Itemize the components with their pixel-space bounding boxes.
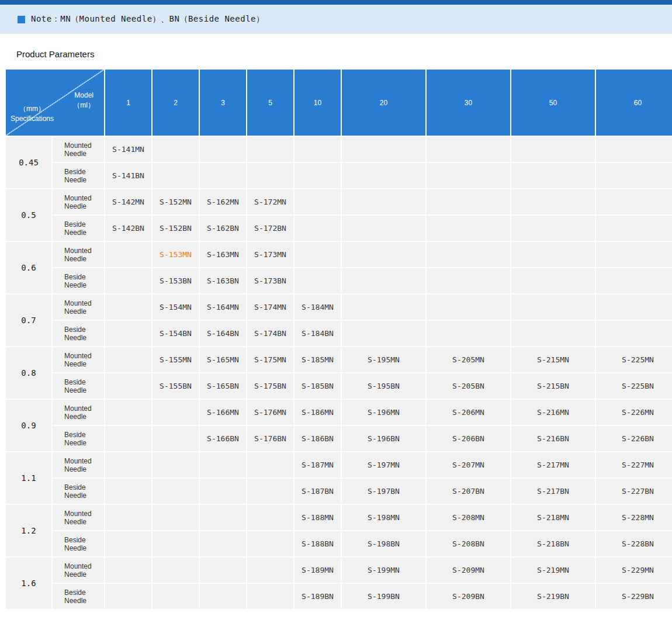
empty-cell bbox=[247, 558, 293, 583]
needle-type-cell: Beside Needle bbox=[53, 426, 104, 451]
model-code-cell: S-154BN bbox=[153, 321, 199, 346]
model-code-cell: S-176BN bbox=[247, 426, 293, 451]
empty-cell bbox=[105, 558, 151, 583]
empty-cell bbox=[200, 531, 246, 556]
model-code-cell: S-175BN bbox=[247, 373, 293, 399]
model-code-cell: S-187BN bbox=[295, 479, 341, 504]
empty-cell bbox=[247, 452, 293, 477]
model-code-cell: S-215MN bbox=[511, 347, 595, 372]
model-code-cell: S-216BN bbox=[511, 426, 595, 451]
model-code-cell: S-172BN bbox=[247, 216, 293, 241]
model-code-cell: S-195MN bbox=[342, 347, 425, 372]
table-row: 0.45Mounted NeedleS-141MN bbox=[6, 137, 672, 162]
needle-type-cell: Mounted Needle bbox=[53, 452, 104, 477]
model-code-cell: S-165MN bbox=[200, 347, 246, 372]
table-row: 1.6Mounted NeedleS-189MNS-199MNS-209MNS-… bbox=[6, 558, 672, 583]
spec-cell-0.5: 0.5 bbox=[6, 189, 51, 241]
model-code-cell: S-164BN bbox=[200, 321, 246, 346]
table-row: Beside NeedleS-155BNS-165BNS-175BNS-185B… bbox=[6, 373, 672, 399]
model-code-cell: S-185BN bbox=[295, 373, 341, 399]
model-code-cell: S-209BN bbox=[427, 584, 510, 609]
empty-cell bbox=[295, 242, 341, 267]
empty-cell bbox=[511, 163, 595, 188]
model-code-cell: S-229MN bbox=[596, 558, 672, 583]
empty-cell bbox=[596, 268, 672, 293]
empty-cell bbox=[153, 400, 199, 425]
empty-cell bbox=[105, 452, 151, 477]
model-code-cell: S-197MN bbox=[342, 452, 425, 477]
note-bullet-icon bbox=[18, 16, 25, 23]
empty-cell bbox=[247, 584, 293, 609]
model-code-cell: S-153BN bbox=[153, 268, 199, 293]
model-code-cell: S-205MN bbox=[427, 347, 510, 372]
model-code-cell: S-209MN bbox=[427, 558, 510, 583]
model-code-cell: S-205BN bbox=[427, 373, 510, 399]
model-code-cell: S-188BN bbox=[295, 531, 341, 556]
table-container: Model（ml）（mm）Specifications1235102030506… bbox=[5, 68, 667, 610]
table-row: Beside NeedleS-153BNS-163BNS-173BN bbox=[6, 268, 672, 293]
empty-cell bbox=[105, 426, 151, 451]
top-accent-bar bbox=[0, 0, 672, 5]
spec-cell-0.7: 0.7 bbox=[6, 295, 51, 346]
empty-cell bbox=[342, 321, 425, 346]
page-title: Product Parameters bbox=[16, 49, 672, 59]
column-header-20ml: 20 bbox=[342, 70, 425, 136]
column-header-10ml: 10 bbox=[295, 70, 341, 136]
model-code-cell[interactable]: S-153MN bbox=[153, 242, 199, 267]
model-code-cell: S-227MN bbox=[596, 452, 672, 477]
empty-cell bbox=[200, 479, 246, 504]
empty-cell bbox=[200, 452, 246, 477]
model-code-cell: S-217BN bbox=[511, 479, 595, 504]
table-row: Beside NeedleS-166BNS-176BNS-186BNS-196B… bbox=[6, 426, 672, 451]
needle-type-cell: Beside Needle bbox=[53, 268, 104, 293]
empty-cell bbox=[105, 584, 151, 609]
note-bar: Note：MN（Mounted Needle）、BN（Beside Needle… bbox=[0, 5, 672, 34]
model-code-cell: S-207BN bbox=[427, 479, 510, 504]
needle-type-cell: Mounted Needle bbox=[53, 558, 104, 583]
empty-cell bbox=[200, 558, 246, 583]
table-row: Beside NeedleS-187BNS-197BNS-207BNS-217B… bbox=[6, 479, 672, 504]
table-row: Beside NeedleS-188BNS-198BNS-208BNS-218B… bbox=[6, 531, 672, 556]
empty-cell bbox=[105, 400, 151, 425]
needle-type-cell: Mounted Needle bbox=[53, 400, 104, 425]
empty-cell bbox=[105, 479, 151, 504]
spec-cell-1.6: 1.6 bbox=[6, 558, 51, 609]
empty-cell bbox=[511, 268, 595, 293]
model-code-cell: S-197BN bbox=[342, 479, 425, 504]
empty-cell bbox=[427, 268, 510, 293]
model-code-cell: S-207MN bbox=[427, 452, 510, 477]
table-row: 0.5Mounted NeedleS-142MNS-152MNS-162MNS-… bbox=[6, 189, 672, 214]
needle-type-cell: Beside Needle bbox=[53, 531, 104, 556]
column-header-3ml: 3 bbox=[200, 70, 246, 136]
model-code-cell: S-189BN bbox=[295, 584, 341, 609]
empty-cell bbox=[596, 163, 672, 188]
column-header-30ml: 30 bbox=[427, 70, 510, 136]
empty-cell bbox=[511, 189, 595, 214]
empty-cell bbox=[342, 216, 425, 241]
empty-cell bbox=[342, 137, 425, 162]
table-row: 1.2Mounted NeedleS-188MNS-198MNS-208MNS-… bbox=[6, 505, 672, 530]
model-code-cell: S-189MN bbox=[295, 558, 341, 583]
needle-type-cell: Beside Needle bbox=[53, 321, 104, 346]
needle-type-cell: Mounted Needle bbox=[53, 295, 104, 320]
empty-cell bbox=[247, 505, 293, 530]
spec-cell-1.1: 1.1 bbox=[6, 452, 51, 504]
empty-cell bbox=[247, 163, 293, 188]
model-code-cell: S-185MN bbox=[295, 347, 341, 372]
column-header-5ml: 5 bbox=[247, 70, 293, 136]
model-code-cell: S-166BN bbox=[200, 426, 246, 451]
empty-cell bbox=[295, 216, 341, 241]
empty-cell bbox=[105, 321, 151, 346]
table-row: 0.9Mounted NeedleS-166MNS-176MNS-186MNS-… bbox=[6, 400, 672, 425]
needle-type-cell: Beside Needle bbox=[53, 373, 104, 399]
needle-type-cell: Mounted Needle bbox=[53, 137, 104, 162]
model-code-cell: S-152MN bbox=[153, 189, 199, 214]
table-row: 1.1Mounted NeedleS-187MNS-197MNS-207MNS-… bbox=[6, 452, 672, 477]
model-code-cell: S-219MN bbox=[511, 558, 595, 583]
model-code-cell: S-141MN bbox=[105, 137, 151, 162]
model-code-cell: S-208MN bbox=[427, 505, 510, 530]
table-row: Beside NeedleS-154BNS-164BNS-174BNS-184B… bbox=[6, 321, 672, 346]
column-header-1ml: 1 bbox=[105, 70, 151, 136]
model-code-cell: S-174MN bbox=[247, 295, 293, 320]
spec-cell-0.6: 0.6 bbox=[6, 242, 51, 293]
